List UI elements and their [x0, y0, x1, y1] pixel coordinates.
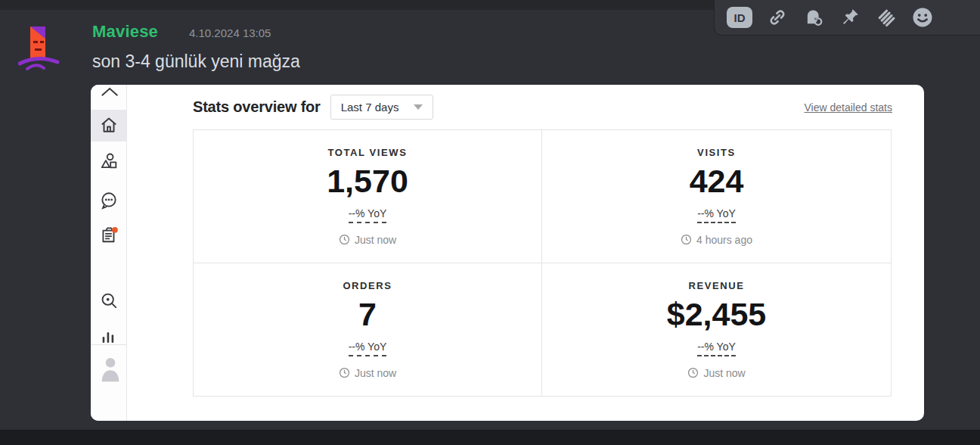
analytics-bars-icon[interactable] — [99, 325, 119, 345]
message-hover-toolbar: ID — [714, 0, 980, 36]
next-message-strip — [0, 430, 980, 445]
stat-updated: Just now — [687, 367, 745, 379]
orders-clipboard-icon[interactable] — [99, 225, 119, 244]
stat-updated-text: Just now — [703, 367, 745, 379]
stat-label: VISITS — [697, 147, 736, 158]
add-reaction-icon[interactable] — [911, 6, 934, 29]
discord-chat-view: Maviese 4.10.2024 13:05 son 3-4 günlük y… — [0, 0, 980, 445]
clock-icon — [339, 367, 350, 378]
dashboard-content: Stats overview for Last 7 days View deta… — [127, 85, 924, 421]
stat-tile-revenue: REVENUE $2,455 --% YoY Just now — [542, 263, 891, 397]
stat-yoy[interactable]: --% YoY — [697, 341, 736, 356]
stat-label: REVENUE — [688, 280, 744, 291]
date-range-value: Last 7 days — [341, 101, 399, 114]
date-range-dropdown[interactable]: Last 7 days — [330, 95, 434, 120]
stats-header: Stats overview for Last 7 days View deta… — [193, 95, 892, 120]
message-timestamp: 4.10.2024 13:05 — [189, 26, 271, 39]
stat-value: 1,570 — [327, 164, 408, 198]
clock-icon — [687, 367, 699, 378]
stat-value: 424 — [690, 164, 744, 198]
stat-tile-total-views: TOTAL VIEWS 1,570 --% YoY Just now — [194, 130, 542, 263]
shapes-icon[interactable] — [99, 151, 119, 171]
collapse-chevron-icon[interactable] — [99, 85, 119, 98]
avatar-pixel-art — [18, 24, 60, 71]
chevron-down-icon — [414, 104, 423, 110]
search-icon[interactable] — [99, 291, 119, 310]
stats-title: Stats overview for — [193, 98, 321, 116]
stat-value: $2,455 — [667, 297, 767, 331]
stat-updated: 4 hours ago — [681, 234, 752, 246]
stat-tile-orders: ORDERS 7 --% YoY Just now — [194, 263, 542, 397]
stat-tile-visits: VISITS 424 --% YoY 4 hours ago — [542, 130, 891, 263]
clock-icon — [681, 234, 692, 245]
stat-label: ORDERS — [343, 280, 392, 291]
ghost-history-icon[interactable] — [802, 6, 825, 29]
copy-link-icon[interactable] — [766, 6, 789, 29]
clock-icon — [339, 234, 350, 245]
stacked-lines-icon[interactable] — [875, 6, 898, 29]
view-detailed-stats-link[interactable]: View detailed stats — [805, 101, 892, 114]
stat-updated: Just now — [339, 234, 396, 246]
avatar[interactable] — [18, 24, 60, 71]
id-badge-icon[interactable]: ID — [727, 7, 752, 28]
stat-updated-text: 4 hours ago — [696, 234, 752, 246]
pin-message-icon[interactable] — [839, 6, 861, 29]
stat-label: TOTAL VIEWS — [328, 147, 408, 158]
dashboard-sidebar — [91, 85, 127, 421]
message-text: son 3-4 günlük yeni mağza — [92, 51, 300, 72]
stat-value: 7 — [358, 297, 377, 331]
stat-yoy[interactable]: --% YoY — [349, 341, 387, 356]
message-username[interactable]: Maviese — [92, 22, 158, 42]
home-icon[interactable] — [99, 115, 119, 135]
comments-icon[interactable] — [99, 191, 119, 210]
stat-updated-text: Just now — [355, 367, 396, 379]
stat-updated-text: Just now — [355, 234, 396, 246]
notification-dot — [112, 227, 118, 233]
sidebar-divider — [91, 344, 126, 345]
stats-dashboard-screenshot[interactable]: Stats overview for Last 7 days View deta… — [91, 85, 924, 421]
stats-grid: TOTAL VIEWS 1,570 --% YoY Just now VISIT… — [193, 129, 892, 397]
stat-yoy[interactable]: --% YoY — [349, 207, 387, 223]
stat-yoy[interactable]: --% YoY — [697, 207, 736, 223]
stat-updated: Just now — [339, 367, 396, 379]
profile-avatar-icon[interactable] — [99, 354, 122, 384]
